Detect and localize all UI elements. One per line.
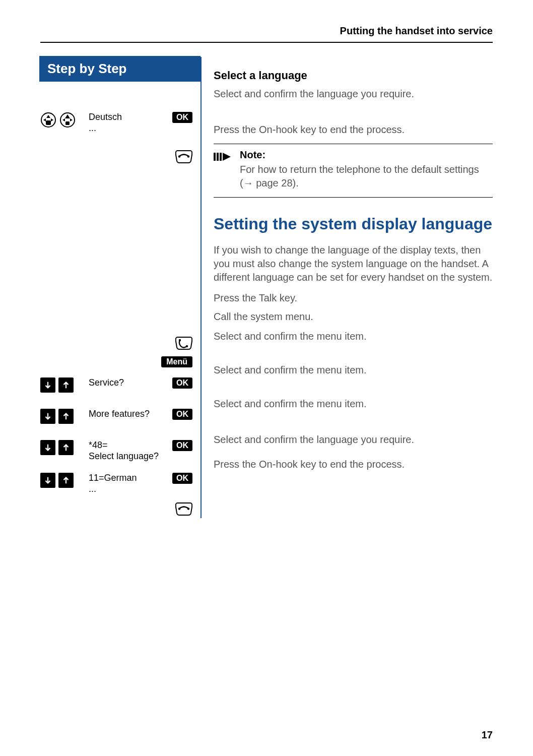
svg-point-13 — [186, 345, 188, 347]
menu-text: Service? — [86, 377, 162, 389]
onhook-key-icon — [175, 501, 192, 518]
step-row: Service? OK — [40, 377, 192, 394]
menu-text: More features? — [86, 409, 162, 420]
ok-button[interactable]: OK — [172, 440, 192, 451]
page-number: 17 — [482, 729, 493, 741]
svg-marker-8 — [62, 118, 65, 121]
section-header: Putting the handset into service — [40, 25, 493, 43]
svg-marker-4 — [51, 118, 53, 121]
instruction-text: Press the On-hook key to end the process… — [214, 458, 493, 471]
instruction-text: Select and confirm the language you requ… — [214, 433, 493, 447]
svg-marker-7 — [65, 114, 70, 118]
step-row: Menü — [40, 356, 192, 372]
svg-rect-1 — [46, 120, 51, 125]
ok-button[interactable]: OK — [172, 377, 192, 389]
step-row: 11=German ... OK — [40, 473, 192, 494]
step-sidebar: Step by Step Deutsch ... OK — [40, 57, 202, 518]
down-arrow-icon — [40, 473, 55, 488]
up-arrow-icon — [58, 473, 74, 488]
nav-key-icon — [40, 112, 56, 130]
svg-rect-6 — [65, 121, 70, 125]
ok-button[interactable]: OK — [172, 409, 192, 420]
instruction-text: Select and confirm the menu item. — [214, 363, 493, 377]
down-arrow-icon — [40, 377, 55, 393]
menu-text: *48= Select language? — [86, 440, 162, 462]
svg-rect-16 — [214, 153, 216, 161]
paragraph: If you wish to change the language of th… — [214, 243, 493, 284]
svg-point-11 — [187, 155, 189, 157]
nav-key-icon — [59, 112, 76, 130]
svg-marker-19 — [223, 153, 231, 161]
instruction-text: Call the system menu. — [214, 310, 493, 324]
ok-button[interactable]: OK — [172, 473, 192, 484]
talk-key-icon — [175, 335, 192, 352]
step-banner: Step by Step — [39, 56, 201, 82]
ok-button[interactable]: OK — [172, 112, 192, 123]
step-row: More features? OK — [40, 409, 192, 425]
up-arrow-icon — [58, 409, 74, 424]
step-row: Deutsch ... OK — [40, 112, 192, 134]
subsection-heading: Select a language — [214, 69, 493, 82]
svg-marker-3 — [43, 118, 46, 121]
menu-text: Deutsch ... — [86, 112, 162, 134]
up-arrow-icon — [58, 377, 74, 393]
down-arrow-icon — [40, 409, 55, 424]
menu-text: 11=German ... — [86, 473, 162, 494]
step-row — [40, 501, 192, 518]
svg-point-15 — [187, 508, 189, 510]
svg-point-14 — [178, 508, 180, 510]
menu-button[interactable]: Menü — [161, 356, 192, 367]
instruction-text: Press the On-hook key to end the process… — [214, 123, 493, 137]
note-title: Note: — [240, 149, 493, 161]
note-block: Note: For how to return the telephone to… — [214, 144, 493, 198]
instruction-text: Select and confirm the menu item. — [214, 397, 493, 411]
instruction-text: Select and confirm the language you requ… — [214, 87, 493, 101]
content-column: Select a language Select and confirm the… — [202, 57, 493, 518]
down-arrow-icon — [40, 440, 55, 455]
svg-marker-9 — [70, 118, 73, 121]
svg-rect-18 — [220, 153, 222, 161]
svg-point-10 — [178, 155, 180, 157]
section-heading: Setting the system display language — [214, 215, 493, 233]
svg-marker-2 — [46, 115, 50, 118]
step-row — [40, 149, 192, 166]
svg-rect-17 — [217, 153, 219, 161]
svg-point-12 — [179, 339, 181, 341]
note-icon — [214, 149, 231, 190]
instruction-text: Press the Talk key. — [214, 291, 493, 305]
step-row: *48= Select language? OK — [40, 440, 192, 462]
instruction-text: Select and confirm the menu item. — [214, 330, 493, 343]
note-text: For how to return the telephone to the d… — [240, 163, 493, 190]
up-arrow-icon — [58, 440, 74, 455]
step-row — [40, 335, 192, 352]
arrow-right-icon: → — [243, 177, 253, 188]
onhook-key-icon — [175, 149, 192, 166]
